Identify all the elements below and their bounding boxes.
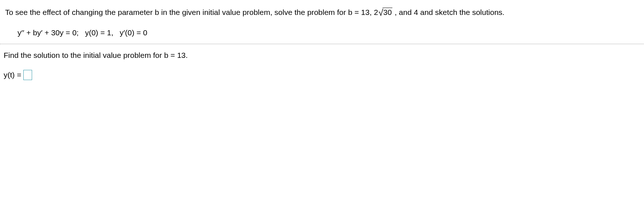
answer-label: y(t) = (4, 71, 21, 79)
radical-icon: √ (379, 8, 383, 17)
differential-equation: y′′ + by′ + 30y = 0; y(0) = 1, y′(0) = 0 (0, 25, 644, 44)
answer-row: y(t) = (0, 63, 644, 84)
question-text-content: Find the solution to the initial value p… (4, 51, 188, 59)
intro-text-after: , and 4 and sketch the solutions. (392, 8, 504, 16)
answer-input[interactable] (23, 70, 32, 80)
equation-text: y′′ + by′ + 30y = 0; y(0) = 1, y′(0) = 0 (18, 28, 147, 37)
intro-text-before: To see the effect of changing the parame… (5, 8, 378, 16)
question-prompt: Find the solution to the initial value p… (0, 44, 644, 63)
problem-intro: To see the effect of changing the parame… (0, 0, 644, 25)
sqrt-expression: √30 (379, 8, 393, 16)
radicand: 30 (383, 8, 392, 16)
